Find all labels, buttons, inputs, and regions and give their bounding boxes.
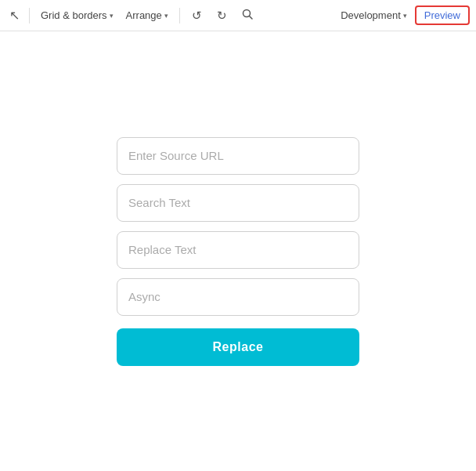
replace-button[interactable]: Replace <box>117 328 359 366</box>
grid-borders-menu[interactable]: Grid & borders ▾ <box>36 6 118 24</box>
toolbar-divider-2 <box>179 8 180 24</box>
undo-icon: ↺ <box>192 9 202 23</box>
arrange-label: Arrange <box>126 9 162 21</box>
undo-button[interactable]: ↺ <box>186 5 208 27</box>
search-icon <box>241 8 254 23</box>
redo-button[interactable]: ↻ <box>211 5 233 27</box>
redo-icon: ↻ <box>217 9 227 23</box>
development-arrow-icon: ▾ <box>403 12 407 20</box>
svg-line-1 <box>249 16 252 20</box>
search-button[interactable] <box>236 5 258 27</box>
cursor-tool-icon[interactable]: ↖ <box>6 5 23 26</box>
source-url-input[interactable] <box>117 137 359 175</box>
preview-button[interactable]: Preview <box>415 5 470 25</box>
arrange-menu[interactable]: Arrange ▾ <box>121 6 173 24</box>
toolbar-divider-1 <box>29 8 30 24</box>
development-menu[interactable]: Development ▾ <box>336 6 412 24</box>
search-text-input[interactable] <box>117 184 359 222</box>
grid-borders-label: Grid & borders <box>41 9 107 21</box>
arrange-arrow-icon: ▾ <box>164 12 168 20</box>
toolbar: ↖ Grid & borders ▾ Arrange ▾ ↺ ↻ Develop… <box>0 0 476 31</box>
form-container: Replace <box>117 137 359 366</box>
replace-text-input[interactable] <box>117 231 359 269</box>
development-label: Development <box>341 9 401 21</box>
grid-borders-arrow-icon: ▾ <box>110 12 114 20</box>
async-input[interactable] <box>117 278 359 316</box>
main-content: Replace <box>0 31 476 471</box>
